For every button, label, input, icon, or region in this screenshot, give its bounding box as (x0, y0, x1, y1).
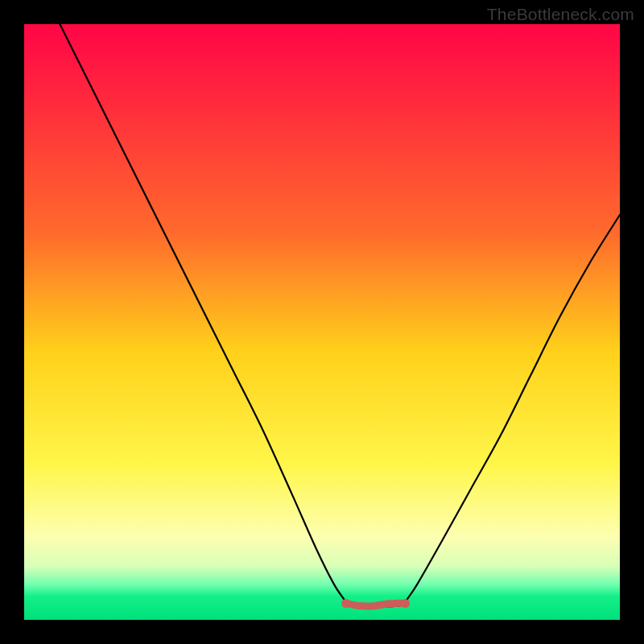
plot-area (24, 24, 620, 620)
site-watermark: TheBottleneck.com (487, 5, 634, 24)
chart-frame: TheBottleneck.com (0, 0, 644, 644)
gradient-background (24, 24, 620, 620)
